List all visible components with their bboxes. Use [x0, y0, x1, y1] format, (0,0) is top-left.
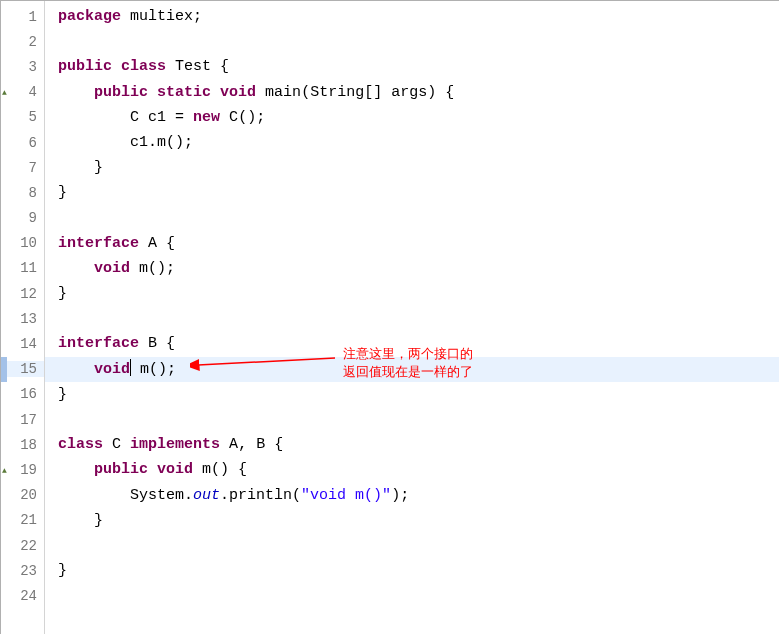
- token-plain: {: [157, 335, 175, 352]
- code-line[interactable]: void m();: [45, 256, 779, 281]
- token-plain: () {: [211, 461, 247, 478]
- token-plain: [220, 436, 229, 453]
- line-number: 17: [1, 412, 44, 428]
- line-number: 5: [1, 109, 44, 125]
- code-line[interactable]: c1.m();: [45, 130, 779, 155]
- code-area[interactable]: 注意这里，两个接口的 返回值现在是一样的了 package multiex; p…: [45, 1, 779, 634]
- code-line[interactable]: }: [45, 281, 779, 306]
- token-plain: multiex: [130, 8, 193, 25]
- token-kw: implements: [130, 436, 220, 453]
- token-kw: new: [193, 109, 220, 126]
- token-plain: [166, 58, 175, 75]
- token-kw: void: [220, 84, 256, 101]
- token-plain: [139, 235, 148, 252]
- token-kw: interface: [58, 235, 139, 252]
- token-plain: [49, 210, 58, 227]
- token-type: B: [256, 436, 265, 453]
- code-line[interactable]: }: [45, 180, 779, 205]
- token-plain: main: [265, 84, 301, 101]
- code-line[interactable]: [45, 29, 779, 54]
- token-kw: static: [157, 84, 211, 101]
- code-line[interactable]: class C implements A, B {: [45, 432, 779, 457]
- token-type: System: [130, 487, 184, 504]
- token-plain: =: [166, 109, 193, 126]
- token-plain: [49, 84, 94, 101]
- token-kw: class: [58, 436, 103, 453]
- gutter: 1234▲5678910111213141516171819▲202122232…: [1, 1, 45, 634]
- line-number: 8: [1, 185, 44, 201]
- code-line[interactable]: package multiex;: [45, 4, 779, 29]
- token-type: String: [310, 84, 364, 101]
- code-line[interactable]: public static void main(String[] args) {: [45, 80, 779, 105]
- gutter-row: 2: [1, 29, 44, 54]
- line-number: 22: [1, 538, 44, 554]
- token-plain: [121, 436, 130, 453]
- line-number: 20: [1, 487, 44, 503]
- code-line[interactable]: public class Test {: [45, 54, 779, 79]
- token-plain: .: [220, 487, 229, 504]
- code-line[interactable]: }: [45, 382, 779, 407]
- gutter-row: 12: [1, 281, 44, 306]
- gutter-row: 18: [1, 432, 44, 457]
- gutter-row: 21: [1, 508, 44, 533]
- code-line[interactable]: }: [45, 155, 779, 180]
- gutter-row: 19▲: [1, 457, 44, 482]
- token-plain: [49, 310, 58, 327]
- token-plain: println: [229, 487, 292, 504]
- token-plain: [211, 84, 220, 101]
- token-plain: ();: [166, 134, 193, 151]
- token-kw: public: [94, 84, 148, 101]
- code-line[interactable]: public void m() {: [45, 457, 779, 482]
- gutter-row: 9: [1, 206, 44, 231]
- token-plain: [49, 109, 130, 126]
- code-line[interactable]: }: [45, 508, 779, 533]
- gutter-row: 16: [1, 382, 44, 407]
- token-plain: ;: [193, 8, 202, 25]
- token-plain: (: [301, 84, 310, 101]
- code-line[interactable]: [45, 206, 779, 231]
- line-number: 6: [1, 135, 44, 151]
- line-number: 1: [1, 9, 44, 25]
- gutter-row: 20: [1, 483, 44, 508]
- token-plain: ();: [238, 109, 265, 126]
- token-plain: [49, 436, 58, 453]
- token-plain: .: [184, 487, 193, 504]
- token-plain: {: [265, 436, 283, 453]
- token-type: A: [229, 436, 238, 453]
- gutter-row: 7: [1, 155, 44, 180]
- token-kw: void: [157, 461, 193, 478]
- token-plain: [49, 461, 94, 478]
- token-plain: m: [157, 134, 166, 151]
- gutter-row: 15: [1, 357, 44, 382]
- token-kw: interface: [58, 335, 139, 352]
- code-line[interactable]: }: [45, 558, 779, 583]
- token-type: C: [130, 109, 139, 126]
- token-kw: class: [121, 58, 166, 75]
- token-plain: [49, 537, 58, 554]
- token-plain: m: [139, 260, 148, 277]
- token-plain: }: [49, 386, 67, 403]
- gutter-row: 13: [1, 306, 44, 331]
- token-plain: ();: [148, 260, 175, 277]
- code-line[interactable]: [45, 306, 779, 331]
- code-line[interactable]: interface A {: [45, 231, 779, 256]
- code-line[interactable]: System.out.println("void m()");: [45, 483, 779, 508]
- token-type: C: [229, 109, 238, 126]
- code-line[interactable]: [45, 583, 779, 608]
- gutter-row: 1: [1, 4, 44, 29]
- gutter-row: 10: [1, 231, 44, 256]
- token-plain: [139, 335, 148, 352]
- code-line[interactable]: [45, 533, 779, 558]
- gutter-row: 3: [1, 54, 44, 79]
- line-number: 16: [1, 386, 44, 402]
- code-line[interactable]: [45, 407, 779, 432]
- token-kw: public: [58, 58, 112, 75]
- token-plain: c1: [148, 109, 166, 126]
- annotation-text: 注意这里，两个接口的 返回值现在是一样的了: [343, 345, 473, 381]
- code-line[interactable]: C c1 = new C();: [45, 105, 779, 130]
- token-plain: ,: [238, 436, 256, 453]
- token-kw: package: [58, 8, 121, 25]
- line-number: 13: [1, 311, 44, 327]
- token-plain: {: [157, 235, 175, 252]
- current-line-marker: [1, 357, 7, 382]
